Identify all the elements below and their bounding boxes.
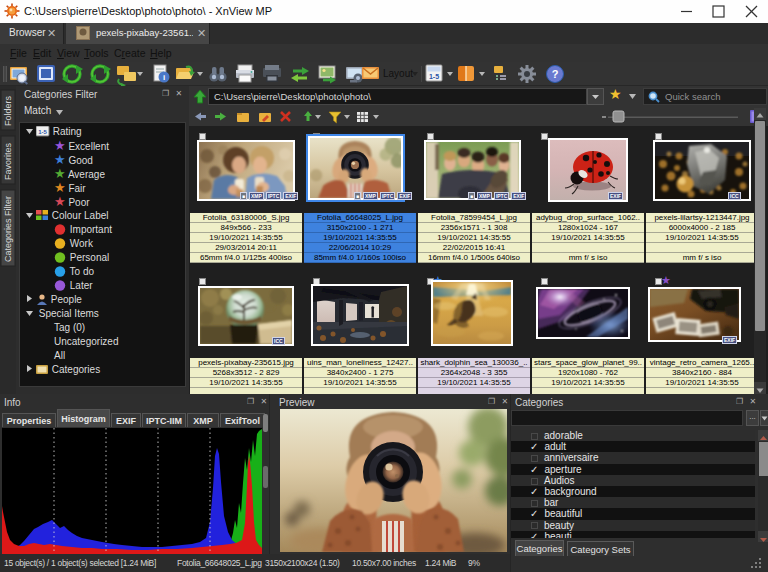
svg-text:Folders: Folders	[3, 95, 13, 126]
svg-text:Favorites: Favorites	[3, 142, 13, 180]
svg-text:Layout: Layout	[383, 68, 413, 79]
svg-text:i: i	[163, 73, 165, 82]
svg-text:?: ?	[552, 68, 559, 80]
svg-text:1-5: 1-5	[429, 73, 439, 80]
svg-text:Categories Filter: Categories Filter	[3, 196, 13, 262]
svg-text:1-5: 1-5	[38, 129, 47, 135]
